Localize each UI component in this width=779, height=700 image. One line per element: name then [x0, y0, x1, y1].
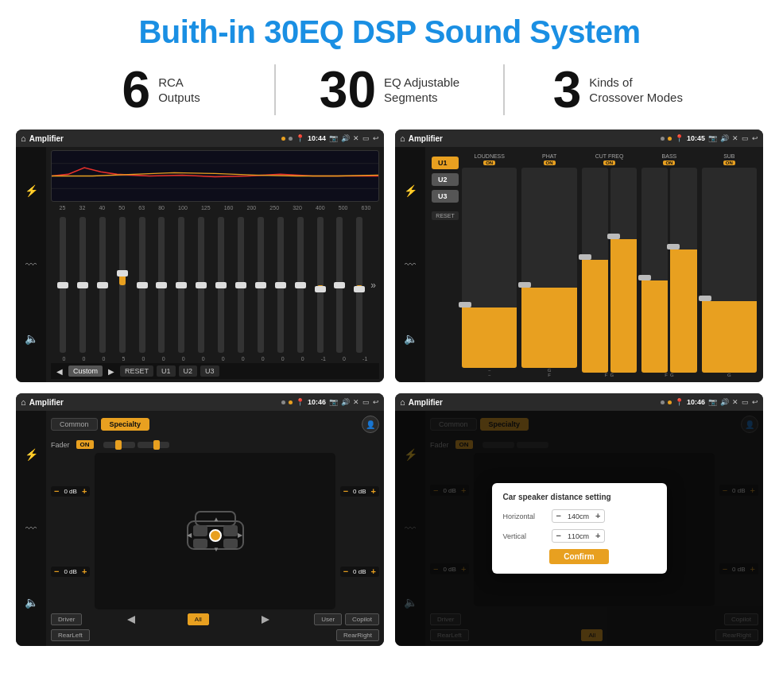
sub-channel: SUB ON G	[702, 153, 757, 377]
screen3-wave-icon[interactable]: 〰	[25, 522, 37, 535]
db-minus-tl[interactable]: −	[54, 487, 59, 496]
screen1-wave-icon[interactable]: 〰	[25, 258, 37, 271]
vertical-row: Vertical − 110cm +	[503, 529, 656, 543]
more-icon[interactable]: »	[370, 280, 376, 291]
slider-3[interactable]	[94, 217, 111, 353]
specialty-tab[interactable]: Specialty	[101, 418, 150, 431]
screen1-eq-icon[interactable]: ⚡	[25, 184, 38, 197]
driver-btn[interactable]: Driver	[51, 613, 82, 625]
horizontal-label: Horizontal	[503, 512, 547, 520]
screen3-home-icon[interactable]: ⌂	[21, 397, 26, 407]
screen3-title: Amplifier	[29, 398, 278, 407]
screen1-home-icon[interactable]: ⌂	[21, 133, 26, 143]
u1-preset[interactable]: U1	[432, 157, 459, 169]
slider-15[interactable]	[331, 217, 348, 353]
db-minus-br[interactable]: −	[343, 567, 348, 576]
screen3-eq-icon[interactable]: ⚡	[25, 448, 38, 461]
db-plus-tr[interactable]: +	[371, 487, 376, 496]
slider-8[interactable]	[192, 217, 210, 353]
slider-6[interactable]	[153, 217, 170, 353]
slider-10[interactable]	[232, 217, 250, 353]
db-minus-tr[interactable]: −	[343, 487, 348, 496]
slider-11[interactable]	[252, 217, 269, 353]
slider-7[interactable]	[172, 217, 190, 353]
screen3-sidebar: ⚡ 〰 🔈	[16, 411, 46, 646]
slider-2[interactable]	[74, 217, 91, 353]
bass-slider2[interactable]	[670, 168, 696, 373]
screen1-freq-labels: 25 32 40 50 63 80 100 125 160 200 250 32…	[51, 205, 379, 211]
db-control-bl: − 0 dB +	[51, 567, 90, 577]
screen2-home-icon[interactable]: ⌂	[400, 133, 405, 143]
sub-on[interactable]: ON	[723, 160, 735, 165]
fader-slider-thumb2[interactable]	[153, 440, 160, 450]
user-btn[interactable]: User	[314, 613, 342, 625]
screen3-speaker-icon[interactable]: 🔈	[25, 596, 38, 609]
rearright-btn[interactable]: RearRight	[336, 629, 379, 641]
reset-btn[interactable]: RESET	[120, 365, 153, 377]
u3-preset[interactable]: U3	[432, 190, 459, 203]
screen2-amp: ⌂ Amplifier 📍 10:45 📷 🔊 ✕ ▭ ↩ ⚡ 〰 🔈	[395, 130, 763, 382]
rearleft-btn[interactable]: RearLeft	[51, 629, 90, 641]
next-icon[interactable]: ▶	[106, 367, 117, 376]
copilot-btn[interactable]: Copilot	[345, 613, 379, 625]
screen3-fader: ⌂ Amplifier 📍 10:46 📷 🔊 ✕ ▭ ↩ ⚡ 〰 🔈 Co	[16, 393, 384, 646]
slider-16[interactable]	[351, 217, 368, 353]
db-plus-tl[interactable]: +	[82, 487, 87, 496]
slider-4[interactable]	[114, 217, 131, 353]
bass-on[interactable]: ON	[663, 160, 675, 165]
phat-on[interactable]: ON	[544, 160, 556, 165]
bass-slider1[interactable]	[641, 168, 668, 373]
screen2-eq-icon[interactable]: ⚡	[404, 184, 417, 197]
user-avatar[interactable]: 👤	[362, 416, 379, 433]
reset-s2[interactable]: RESET	[432, 211, 459, 220]
stat-eq: 30 EQ Adjustable Segments	[276, 64, 504, 115]
screen4-x-icon: ✕	[732, 398, 738, 406]
fader-slider-thumb[interactable]	[115, 440, 122, 450]
prev-icon[interactable]: ◀	[54, 367, 65, 376]
sub-slider1[interactable]	[702, 168, 757, 373]
screen3-body: ⚡ 〰 🔈 Common Specialty 👤 Fader ON	[16, 411, 384, 646]
screen2-wave-icon[interactable]: 〰	[405, 258, 416, 271]
u2-preset[interactable]: U2	[432, 173, 459, 186]
loudness-slider1[interactable]	[462, 168, 517, 368]
screen4-home-icon[interactable]: ⌂	[400, 397, 405, 407]
right-arrow-icon[interactable]	[254, 614, 269, 625]
db-val-tl: 0 dB	[61, 488, 79, 495]
slider-5[interactable]	[134, 217, 151, 353]
phat-slider1[interactable]	[521, 168, 576, 368]
slider-1[interactable]	[54, 217, 72, 353]
vertical-minus[interactable]: −	[556, 532, 561, 540]
common-tab[interactable]: Common	[51, 418, 98, 431]
db-plus-br[interactable]: +	[371, 567, 376, 576]
horizontal-plus[interactable]: +	[595, 512, 600, 520]
stat-eq-label2: Segments	[384, 90, 459, 106]
screen2-speaker-icon[interactable]: 🔈	[404, 332, 417, 345]
horizontal-minus[interactable]: −	[556, 512, 561, 520]
fader-on-badge[interactable]: ON	[76, 440, 94, 449]
screen1-back-icon[interactable]: ↩	[373, 134, 379, 142]
cutfreq-slider1[interactable]	[582, 168, 608, 373]
screen3-bottom-row: Driver All User Copilot	[51, 613, 379, 625]
slider-14[interactable]	[312, 217, 329, 353]
slider-12[interactable]	[272, 217, 289, 353]
cutfreq-label: CUT FREQ	[595, 153, 624, 159]
screen4-back-icon[interactable]: ↩	[752, 398, 758, 406]
screen3-back-icon[interactable]: ↩	[373, 398, 379, 406]
custom-btn[interactable]: Custom	[68, 365, 103, 377]
u3-btn[interactable]: U3	[200, 365, 219, 377]
left-arrow-icon[interactable]	[127, 614, 143, 625]
cutfreq-on[interactable]: ON	[603, 160, 615, 165]
slider-9[interactable]	[212, 217, 230, 353]
loudness-on[interactable]: ON	[483, 160, 495, 165]
all-btn[interactable]: All	[188, 613, 209, 625]
screen1-speaker-icon[interactable]: 🔈	[25, 332, 38, 345]
u2-btn[interactable]: U2	[179, 365, 198, 377]
slider-13[interactable]	[292, 217, 309, 353]
db-plus-bl[interactable]: +	[82, 567, 87, 576]
u1-btn[interactable]: U1	[157, 365, 176, 377]
screen2-back-icon[interactable]: ↩	[752, 134, 758, 142]
vertical-plus[interactable]: +	[595, 532, 600, 540]
confirm-button[interactable]: Confirm	[549, 549, 608, 564]
cutfreq-slider2[interactable]	[610, 168, 637, 373]
db-minus-bl[interactable]: −	[54, 567, 59, 576]
